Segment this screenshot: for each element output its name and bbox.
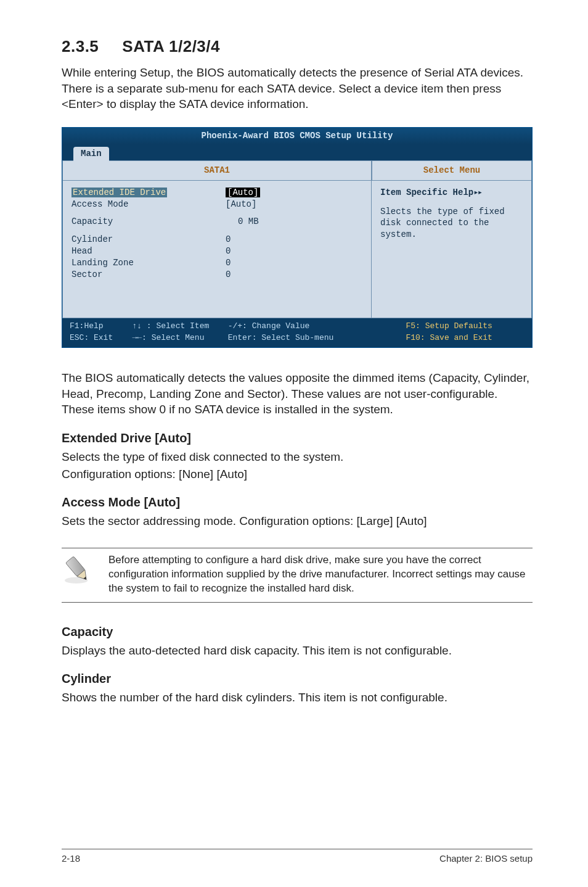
subhead-access-mode: Access Mode [Auto] xyxy=(62,495,533,510)
after-bios-paragraph: The BIOS automatically detects the value… xyxy=(62,370,533,418)
bios-row-capacity: Capacity 0 MB xyxy=(71,216,362,228)
bios-help-title: Item Specific Help xyxy=(380,188,473,197)
bios-left-panel: Extended IDE Drive [Auto] Access Mode [A… xyxy=(62,181,372,318)
bios-footer: F1:Help ↑↓ : Select Item -/+: Change Val… xyxy=(62,318,532,347)
bios-value-capacity: 0 MB xyxy=(195,216,362,228)
bios-key-change: -/+: Change Value xyxy=(228,321,406,332)
bios-key-f1: F1:Help xyxy=(70,321,104,331)
subhead-extended-drive: Extended Drive [Auto] xyxy=(62,431,533,445)
bios-value-access-mode: [Auto] xyxy=(195,199,362,210)
cylinder-p1: Shows the number of the hard disk cylind… xyxy=(62,690,533,706)
section-title: SATA 1/2/3/4 xyxy=(122,37,220,56)
bios-label-cylinder: Cylinder xyxy=(71,234,195,245)
bios-row-access-mode[interactable]: Access Mode [Auto] xyxy=(71,199,362,210)
section-heading: 2.3.5SATA 1/2/3/4 xyxy=(62,37,533,56)
section-number: 2.3.5 xyxy=(62,37,99,56)
bios-value-cylinder: 0 xyxy=(195,234,362,245)
footer-page-number: 2-18 xyxy=(62,853,80,864)
bios-label-sector: Sector xyxy=(71,269,195,281)
intro-paragraph: While entering Setup, the BIOS automatic… xyxy=(62,65,533,112)
triangle-right-icon: ▸▸ xyxy=(473,188,481,197)
bios-value-landing-zone: 0 xyxy=(195,257,362,269)
page-footer: 2-18 Chapter 2: BIOS setup xyxy=(62,849,533,864)
bios-value-head: 0 xyxy=(195,245,362,257)
bios-key-f10: F10: Save and Exit xyxy=(406,332,525,344)
bios-screenshot: Phoenix-Award BIOS CMOS Setup Utility Ma… xyxy=(62,127,533,348)
bios-label-landing-zone: Landing Zone xyxy=(71,257,195,269)
bios-label-access-mode: Access Mode xyxy=(71,199,195,210)
bios-tabrow: Main xyxy=(62,144,532,160)
note-block: Before attempting to configure a hard di… xyxy=(62,548,533,603)
bios-key-select-item: ↑↓ : Select Item xyxy=(132,321,209,331)
subhead-cylinder: Cylinder xyxy=(62,672,533,686)
bios-key-select-menu: →←: Select Menu xyxy=(132,333,204,342)
bios-label-extended-ide: Extended IDE Drive xyxy=(71,188,167,197)
bios-row-landing-zone: Landing Zone 0 xyxy=(71,257,362,269)
bios-value-sector: 0 xyxy=(195,269,362,281)
bios-label-capacity: Capacity xyxy=(71,216,195,228)
bios-left-header: SATA1 xyxy=(62,160,372,181)
bios-row-extended-ide[interactable]: Extended IDE Drive [Auto] xyxy=(71,187,362,199)
bios-help-panel: Item Specific Help▸▸ Slects the type of … xyxy=(372,181,532,318)
pencil-icon xyxy=(62,553,95,587)
bios-label-head: Head xyxy=(71,245,195,257)
subhead-capacity: Capacity xyxy=(62,625,533,639)
bios-row-cylinder: Cylinder 0 xyxy=(71,234,362,245)
bios-key-enter: Enter: Select Sub-menu xyxy=(228,332,406,344)
bios-help-text: Slects the type of fixed disk connected … xyxy=(380,206,523,241)
bios-tab-main[interactable]: Main xyxy=(73,147,109,161)
note-text: Before attempting to configure a hard di… xyxy=(108,553,533,596)
extended-drive-p2: Configuration options: [None] [Auto] xyxy=(62,466,533,482)
extended-drive-p1: Selects the type of fixed disk connected… xyxy=(62,449,533,465)
access-mode-p1: Sets the sector addressing mode. Configu… xyxy=(62,513,533,529)
bios-row-head: Head 0 xyxy=(71,245,362,257)
bios-value-extended-ide: [Auto] xyxy=(226,188,260,197)
bios-right-header: Select Menu xyxy=(372,160,532,181)
bios-key-esc: ESC: Exit xyxy=(70,333,113,342)
bios-row-sector: Sector 0 xyxy=(71,269,362,281)
bios-key-f5: F5: Setup Defaults xyxy=(406,321,525,332)
footer-chapter: Chapter 2: BIOS setup xyxy=(439,853,533,864)
capacity-p1: Displays the auto-detected hard disk cap… xyxy=(62,643,533,659)
bios-titlebar: Phoenix-Award BIOS CMOS Setup Utility xyxy=(62,128,532,144)
